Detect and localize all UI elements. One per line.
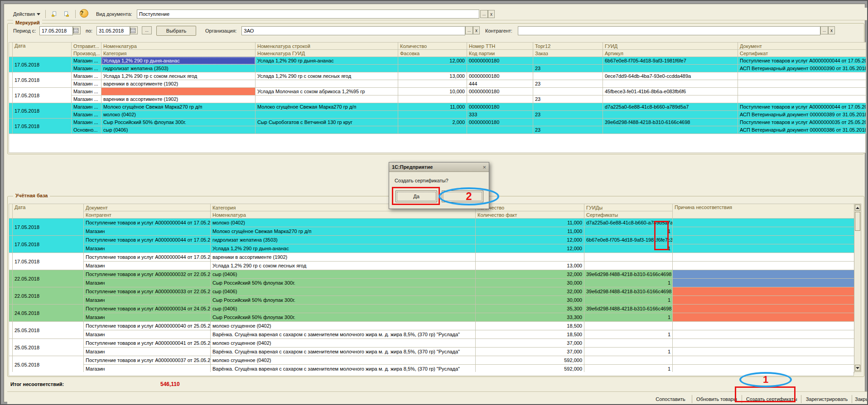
cell[interactable]: 18,500 [476,330,584,339]
table-subrow[interactable]: МагазинМолоко сгущёное Свежая Марка270 г… [9,227,854,236]
cell[interactable]: 39e6d298-f488-4218-b310-6166c4698 [584,270,673,279]
contractor-input[interactable] [518,26,820,35]
table-row[interactable]: 17.05.2018Поступление товаров и услуг А0… [9,236,854,244]
dialog-yes-button[interactable]: Да [395,191,437,202]
table-row[interactable]: 17.05.2018Магазин ...Услада 1,2% 290 гр … [9,57,866,65]
table-row[interactable]: 24.05.2018Поступление товаров и услуг А0… [9,305,854,313]
cell[interactable]: Магазин ... [72,103,101,111]
cell[interactable]: 10,000 [398,88,467,95]
cell[interactable] [673,279,854,287]
cell[interactable]: молоко сгущенное (0402) [211,322,476,330]
cell[interactable]: 12,000 [476,244,584,253]
contractor-clear-button[interactable]: x [828,26,835,34]
cell[interactable] [533,72,603,80]
column-header[interactable]: Номер ТТН [467,43,533,50]
table-subrow[interactable]: МагазинВарёнка. Сгущёнка вареная с сахар… [9,348,854,356]
cell[interactable]: Магазин [84,227,211,236]
cell-date[interactable]: 17.05.2018 [13,253,84,270]
cell[interactable]: 11,000 [476,227,584,236]
cell[interactable] [467,65,533,72]
cell[interactable]: 333 [467,111,533,119]
cell-date[interactable]: 17.05.2018 [13,88,72,103]
table-subrow[interactable]: МагазинУслада 1,2% 290 гр дыня-ананас12,… [9,244,854,253]
column-subheader[interactable]: Заказ [533,50,603,57]
cell[interactable]: 1 [584,227,673,236]
cell[interactable] [256,95,398,103]
cell[interactable]: Услада 1,2% 290 гр дыня-ананас [211,244,476,253]
cell[interactable]: d7a225a0-6e88-41c8-b660-a789d5a7 [603,103,738,111]
table-subrow[interactable]: МагазинВарёнка. Сгущёнка вареная с сахар… [9,330,854,339]
cell[interactable] [673,236,854,244]
cell[interactable]: Магазин [84,313,211,322]
cell[interactable]: Молоко сгущёное Свежая Марка270 гр д/п [101,103,256,111]
table-subrow[interactable]: МагазинСыр Российский 50% флоупак 300г.3… [9,296,854,305]
cell[interactable]: 32,000 [476,270,584,279]
column-header[interactable]: Количество [398,43,467,50]
period-from-input[interactable] [39,26,73,35]
cell[interactable]: Поступление товаров и услуг А0000000044 … [738,103,866,111]
cell[interactable]: 1 [584,296,673,305]
column-subheader[interactable]: Сертификат [738,50,866,57]
cell[interactable] [584,339,673,348]
cell[interactable]: 1 [584,330,673,339]
cell[interactable]: вареники в ассортименте (1902) [211,253,476,262]
column-subheader[interactable]: Категория [101,50,256,57]
cell[interactable]: Магазин ... [72,65,101,72]
cell[interactable]: Поступление товаров и услуг А0000000041 … [84,339,211,348]
cell[interactable] [101,88,256,95]
cell[interactable]: Варёнка. Сгущёнка вареная с сахаром с за… [211,330,476,339]
cell[interactable]: молоко сгущенное (0402) [211,356,476,365]
cell[interactable]: 6b67e0e8-f705-4d18-9af3-1981f6fe7 [603,57,738,65]
cell[interactable]: Магазин [84,244,211,253]
cell[interactable]: Молоко сгущёное Свежая Марка270 гр д/п [256,103,398,111]
table-row[interactable]: 17.05.2018Поступление товаров и услуг А0… [9,253,854,262]
cell[interactable]: 30,000 [476,296,584,305]
cell[interactable]: 30,000 [476,279,584,287]
cell[interactable] [673,356,854,365]
close-icon[interactable]: × [482,164,486,170]
cell[interactable] [673,305,854,313]
cell-date[interactable]: 25.05.2018 [13,339,84,356]
column-subheader[interactable]: Количество факт [476,211,584,219]
create-certificates-button[interactable]: Создать сертификаты [744,394,799,405]
cell[interactable]: 1 [584,279,673,287]
table-row[interactable]: 17.05.2018Поступление товаров и услуг А0… [9,219,854,227]
cell[interactable]: Поступление товаров и услуг А0000000032 … [84,270,211,279]
cell[interactable]: Магазин ... [72,57,101,65]
cell[interactable]: Сыр Российский 50% флоупак 300г. [101,119,256,126]
register-button[interactable]: Зарегистрировать [803,394,851,405]
period-options-button[interactable]: ... [142,26,152,34]
cell[interactable] [533,119,603,126]
cell[interactable] [398,95,467,103]
cell[interactable]: Поступление товаров и услуг А0000000035 … [738,119,866,126]
cell[interactable]: Поступление товаров и услуг А0000000044 … [84,219,211,227]
cell[interactable] [256,65,398,72]
cell[interactable] [603,65,738,72]
cell[interactable]: 6b67e0e8-f705-4d18-9af3-1981f6fe7c3b [584,236,673,244]
cell[interactable]: Магазин ... [72,72,101,80]
table-row[interactable]: 17.05.2018Магазин ...Услада Молочная с с… [9,88,866,95]
cell[interactable]: 12,000 [398,57,467,65]
cell[interactable]: 0ece7dd9-64db-4ba7-93e0-ccdda489a [603,72,738,80]
cell[interactable]: гидролизат желатина (3503) [101,65,256,72]
cell[interactable] [673,348,854,356]
table-row[interactable]: 17.05.2018Магазин ...Услада 1,2% 290 гр … [9,72,866,80]
cell[interactable]: Магазин [84,296,211,305]
cell[interactable] [673,270,854,279]
cell[interactable]: 00000000180 [467,119,533,126]
cell-date[interactable]: 24.05.2018 [13,305,84,322]
update-goods-button[interactable]: Обновить товары [693,394,740,405]
column-subheader[interactable]: Контрагент [84,211,211,219]
cell[interactable]: Услада 1,2% 290 гр с соком лесных ягод [211,262,476,270]
table-subrow[interactable]: МагазинСыр Российский 50% флоупак 300г.3… [9,313,854,322]
cell[interactable]: Магазин [84,262,211,270]
cell[interactable] [584,356,673,365]
cell[interactable]: Сыр Сыробогатов с Ветчиной 130 гр круг [256,119,398,126]
close-button[interactable]: Закрыть [853,394,868,405]
cell[interactable]: сыр (0406) [211,270,476,279]
column-subheader[interactable]: Производ... [72,50,101,57]
cell[interactable] [738,88,866,95]
column-header[interactable]: Отправит... [72,43,101,50]
cell[interactable]: Поступление товаров и услуг А0000000044 … [84,236,211,244]
cell[interactable] [584,322,673,330]
